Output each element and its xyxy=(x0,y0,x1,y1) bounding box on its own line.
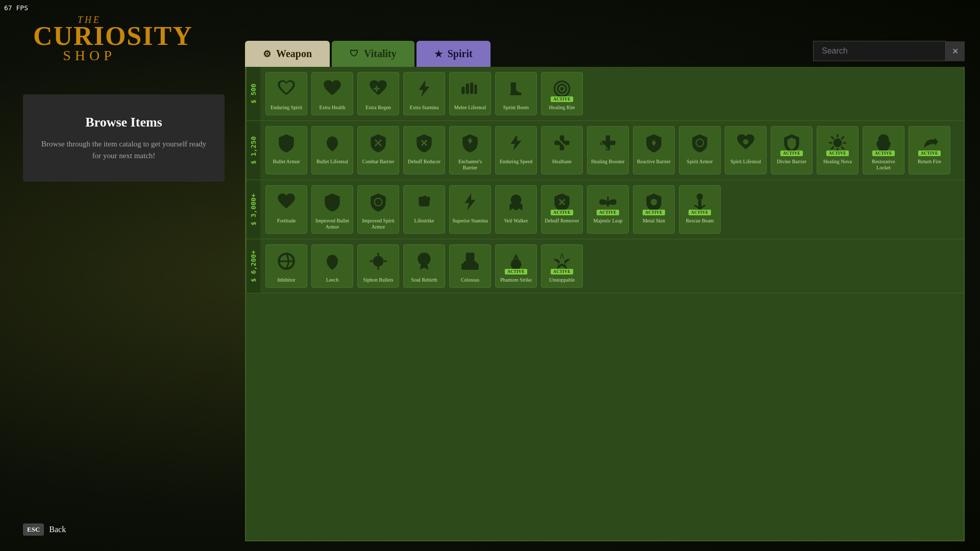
active-badge: ACTIVE xyxy=(551,96,573,102)
item-icon-area xyxy=(273,76,300,102)
item-card[interactable]: Siphon Bullets xyxy=(357,244,399,288)
item-name: Soul Rebirth xyxy=(411,277,437,283)
item-card[interactable]: Combat Barrier xyxy=(357,126,399,174)
item-card[interactable]: Healing Booster xyxy=(587,126,629,174)
item-icon-area xyxy=(595,130,621,156)
item-icon-area xyxy=(503,189,529,215)
item-card[interactable]: ACTIVEDebuff Remover xyxy=(541,185,583,234)
item-name: Healing Booster xyxy=(591,159,624,165)
price-row-2: $ 3,000+FortitudeImproved Bullet ArmorIm… xyxy=(246,180,964,239)
item-name: Divine Barrier xyxy=(777,159,806,165)
item-name: Healing Rite xyxy=(549,105,575,111)
price-label-0: $ 500 xyxy=(246,67,260,120)
item-card[interactable]: ACTIVEHealing Rite xyxy=(541,72,583,115)
search-input[interactable] xyxy=(813,41,946,61)
item-card[interactable]: Melee Lifesteal xyxy=(449,72,491,115)
item-card[interactable]: ACTIVERescue Beam xyxy=(679,185,721,234)
item-card[interactable]: Enduring Spirit xyxy=(265,72,307,115)
item-card[interactable]: Inhibitor xyxy=(265,244,307,288)
item-icon-area xyxy=(457,189,483,215)
svg-point-6 xyxy=(560,87,564,90)
item-name: Rescue Beam xyxy=(686,218,714,224)
items-row-3: InhibitorLeechSiphon BulletsSoul Rebirth… xyxy=(260,239,964,293)
item-icon-area: ACTIVE xyxy=(870,130,897,156)
item-icon-area xyxy=(687,130,713,156)
item-card[interactable]: Fortitude xyxy=(265,185,307,234)
item-card[interactable]: Extra Health xyxy=(311,72,353,115)
svg-rect-43 xyxy=(474,263,478,270)
item-card[interactable]: ACTIVERestorative Locket xyxy=(863,126,904,174)
item-card[interactable]: Lifestrike xyxy=(403,185,445,234)
item-name: Lifestrike xyxy=(414,218,434,224)
item-icon-area xyxy=(319,76,346,102)
item-card[interactable]: ACTIVEUnstoppable xyxy=(541,244,583,288)
vitality-tab-label: Vitality xyxy=(364,48,397,60)
item-card[interactable]: Enduring Speed xyxy=(495,126,537,174)
item-name: Melee Lifesteal xyxy=(454,105,486,111)
item-card[interactable]: Improved Spirit Armor xyxy=(357,185,399,234)
search-box: ✕ xyxy=(813,41,965,61)
tab-weapon[interactable]: ⚙ Weapon xyxy=(245,41,330,67)
item-card[interactable]: ACTIVEMetal Skin xyxy=(633,185,675,234)
item-card[interactable]: Superior Stamina xyxy=(449,185,491,234)
item-card[interactable]: Reactive Barrier xyxy=(633,126,675,174)
item-card[interactable]: Healbane xyxy=(541,126,583,174)
price-label-1: $ 1,250 xyxy=(246,121,260,180)
item-card[interactable]: Debuff Reducer xyxy=(403,126,445,174)
item-card[interactable]: ACTIVEDivine Barrier xyxy=(771,126,813,174)
item-icon-area: ACTIVE xyxy=(503,248,529,274)
item-card[interactable]: Veil Walker xyxy=(495,185,537,234)
item-card[interactable]: Spirit Lifesteal xyxy=(725,126,767,174)
item-card[interactable]: Spirit Armor xyxy=(679,126,721,174)
item-name: Extra Regen xyxy=(365,105,391,111)
svg-rect-30 xyxy=(427,197,430,201)
tab-spirit[interactable]: ★ Spirit xyxy=(416,41,491,67)
item-name: Bullet Armor xyxy=(273,159,300,165)
price-row-1: $ 1,250Bullet ArmorBullet LifestealComba… xyxy=(246,121,964,180)
item-icon-area: ACTIVE xyxy=(778,130,805,156)
item-icon-area xyxy=(411,189,437,215)
item-icon-area xyxy=(319,189,346,215)
item-card[interactable]: Sprint Boots xyxy=(495,72,537,115)
item-card[interactable]: ACTIVEHealing Nova xyxy=(817,126,859,174)
item-name: Veil Walker xyxy=(504,218,528,224)
svg-rect-1 xyxy=(470,82,473,94)
item-name: Healing Nova xyxy=(823,159,852,165)
item-card[interactable]: ACTIVEReturn Fire xyxy=(909,126,950,174)
item-icon-area xyxy=(273,248,300,274)
item-card[interactable]: Enchanter's Barrier xyxy=(449,126,491,174)
search-close-button[interactable]: ✕ xyxy=(946,41,965,61)
item-name: Inhibitor xyxy=(278,277,296,283)
active-badge: ACTIVE xyxy=(826,151,849,156)
item-icon-area xyxy=(319,248,346,274)
esc-back[interactable]: ESC Back xyxy=(23,523,66,536)
item-card[interactable]: Leech xyxy=(311,244,353,288)
item-card[interactable]: Improved Bullet Armor xyxy=(311,185,353,234)
item-name: Restorative Locket xyxy=(865,159,902,171)
item-name: Spirit Armor xyxy=(687,159,713,165)
item-icon-area xyxy=(319,130,346,156)
esc-key[interactable]: ESC xyxy=(23,523,44,536)
item-card[interactable]: Colossus xyxy=(449,244,491,288)
svg-point-34 xyxy=(651,199,657,206)
tab-vitality[interactable]: 🛡 Vitality xyxy=(332,41,414,67)
item-name: Enchanter's Barrier xyxy=(452,159,488,171)
item-card[interactable]: Bullet Lifesteal xyxy=(311,126,353,174)
tabs-left: ⚙ Weapon 🛡 Vitality ★ Spirit xyxy=(245,41,491,67)
item-card[interactable]: ACTIVEPhantom Strike xyxy=(495,244,537,288)
tabs-and-search: ⚙ Weapon 🛡 Vitality ★ Spirit ✕ xyxy=(245,41,965,67)
item-card[interactable]: Bullet Armor xyxy=(265,126,307,174)
item-card[interactable]: ACTIVEMajestic Leap xyxy=(587,185,629,234)
item-icon-area xyxy=(273,130,300,156)
svg-rect-40 xyxy=(466,253,475,261)
item-name: Siphon Bullets xyxy=(363,277,393,283)
item-card[interactable]: Extra Regen xyxy=(357,72,399,115)
browse-description: Browse through the item catalog to get y… xyxy=(38,138,209,161)
item-icon-area xyxy=(411,76,437,102)
item-card[interactable]: Soul Rebirth xyxy=(403,244,445,288)
active-badge: ACTIVE xyxy=(597,210,619,215)
shop-container: ⚙ Weapon 🛡 Vitality ★ Spirit ✕ $ 500Endu… xyxy=(245,41,965,541)
item-card[interactable]: Extra Stamina xyxy=(403,72,445,115)
item-name: Combat Barrier xyxy=(362,159,394,165)
active-badge: ACTIVE xyxy=(918,151,941,156)
